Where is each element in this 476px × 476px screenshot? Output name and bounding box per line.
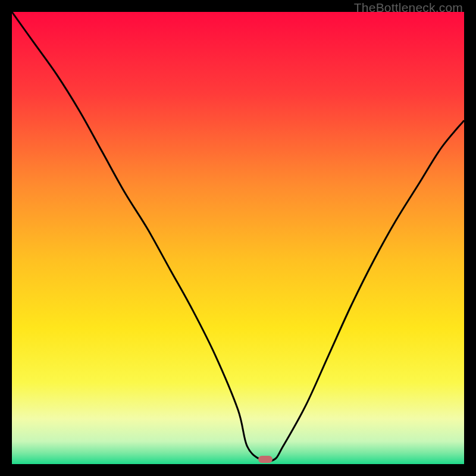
optimum-marker	[258, 456, 273, 463]
chart-frame: TheBottleneck.com	[0, 0, 476, 476]
watermark-text: TheBottleneck.com	[354, 1, 463, 15]
bottleneck-curve	[12, 12, 464, 464]
plot-area	[12, 12, 464, 464]
